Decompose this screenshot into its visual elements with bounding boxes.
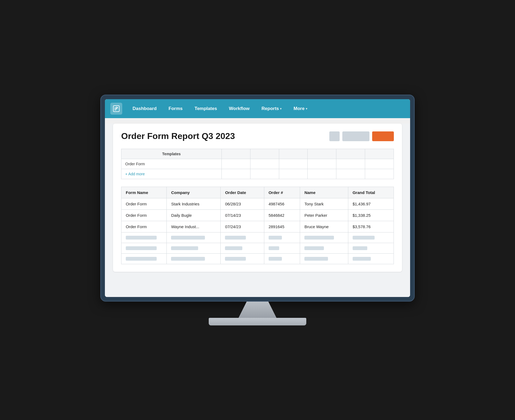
cell-company: Stark Industries bbox=[167, 198, 221, 210]
nav-dashboard[interactable]: Dashboard bbox=[128, 104, 162, 114]
cell-order-date: 07/24/23 bbox=[221, 221, 264, 232]
col-header-form-name: Form Name bbox=[121, 187, 167, 198]
secondary-action-button[interactable] bbox=[342, 131, 369, 141]
header-actions bbox=[329, 131, 394, 141]
cell-form-name: Order Form bbox=[121, 198, 167, 210]
table-row: Order Form Stark Industries 06/28/23 498… bbox=[121, 198, 394, 210]
templates-mini-table: Templates Order Form bbox=[121, 149, 394, 179]
nav-forms[interactable]: Forms bbox=[164, 104, 188, 114]
table-row-placeholder bbox=[121, 232, 394, 243]
table-row-placeholder bbox=[121, 243, 394, 254]
cell-order-num: 5846842 bbox=[264, 210, 300, 221]
monitor-stand-base bbox=[209, 318, 306, 325]
nav-more[interactable]: More ▾ bbox=[289, 104, 312, 114]
data-table: Form Name Company Order Date Order # Nam… bbox=[121, 187, 394, 264]
reports-dropdown-arrow: ▾ bbox=[280, 107, 282, 111]
table-header-row: Form Name Company Order Date Order # Nam… bbox=[121, 187, 394, 198]
monitor-screen: Dashboard Forms Templates Workflow Repor… bbox=[100, 95, 415, 302]
table-row-placeholder bbox=[121, 254, 394, 264]
report-title: Order Form Report Q3 2023 bbox=[121, 131, 235, 141]
cell-grand-total: $3,578.76 bbox=[348, 221, 394, 232]
templates-col-3 bbox=[250, 149, 279, 159]
templates-col-5 bbox=[308, 149, 336, 159]
content-card: Order Form Report Q3 2023 Templates bbox=[113, 124, 402, 272]
col-header-company: Company bbox=[167, 187, 221, 198]
monitor-stand-neck bbox=[230, 302, 285, 318]
add-more-link[interactable]: + Add more bbox=[125, 172, 145, 176]
cell-name: Bruce Wayne bbox=[300, 221, 348, 232]
templates-row: Order Form bbox=[121, 159, 394, 169]
cell-grand-total: $1,436.97 bbox=[348, 198, 394, 210]
cell-company: Wayne Indust... bbox=[167, 221, 221, 232]
templates-col-2 bbox=[221, 149, 250, 159]
cell-company: Daily Bugle bbox=[167, 210, 221, 221]
nav-workflow[interactable]: Workflow bbox=[224, 104, 255, 114]
cell-grand-total: $1,338.25 bbox=[348, 210, 394, 221]
templates-add-row: + Add more bbox=[121, 169, 394, 179]
table-row: Order Form Wayne Indust... 07/24/23 2891… bbox=[121, 221, 394, 232]
icon-action-button[interactable] bbox=[329, 131, 340, 141]
col-header-grand-total: Grand Total bbox=[348, 187, 394, 198]
report-header: Order Form Report Q3 2023 bbox=[121, 131, 394, 141]
app-logo bbox=[110, 103, 122, 115]
templates-col-4 bbox=[279, 149, 308, 159]
cell-order-date: 07/14/23 bbox=[221, 210, 264, 221]
col-header-order-date: Order Date bbox=[221, 187, 264, 198]
table-row: Order Form Daily Bugle 07/14/23 5846842 … bbox=[121, 210, 394, 221]
col-header-name: Name bbox=[300, 187, 348, 198]
page-content: Order Form Report Q3 2023 Templates bbox=[105, 124, 410, 297]
templates-col-7 bbox=[365, 149, 394, 159]
cell-form-name: Order Form bbox=[121, 221, 167, 232]
template-name: Order Form bbox=[121, 159, 222, 169]
cell-order-num: 4987456 bbox=[264, 198, 300, 210]
col-header-order-num: Order # bbox=[264, 187, 300, 198]
cell-name: Peter Parker bbox=[300, 210, 348, 221]
monitor-inner: Dashboard Forms Templates Workflow Repor… bbox=[105, 99, 410, 297]
templates-col-6 bbox=[336, 149, 365, 159]
nav-templates[interactable]: Templates bbox=[190, 104, 222, 114]
primary-action-button[interactable] bbox=[372, 131, 394, 141]
templates-header: Templates bbox=[121, 149, 222, 159]
nav-reports[interactable]: Reports ▾ bbox=[257, 104, 287, 114]
cell-order-date: 06/28/23 bbox=[221, 198, 264, 210]
cell-order-num: 2891645 bbox=[264, 221, 300, 232]
cell-form-name: Order Form bbox=[121, 210, 167, 221]
more-dropdown-arrow: ▾ bbox=[306, 107, 307, 111]
navbar: Dashboard Forms Templates Workflow Repor… bbox=[105, 99, 410, 118]
cell-name: Tony Stark bbox=[300, 198, 348, 210]
